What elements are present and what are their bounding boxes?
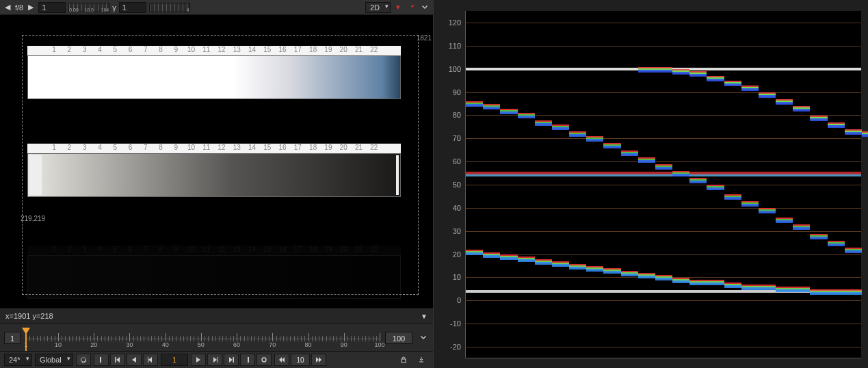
image-viewer[interactable]: 1821 219,219 123456789101112131415161718… xyxy=(0,15,433,308)
step-forward-button[interactable] xyxy=(207,354,222,366)
info-dropdown-icon[interactable]: ▼ xyxy=(421,313,428,320)
waveform-y-tick-label: 40 xyxy=(440,204,461,212)
lock-icon[interactable] xyxy=(396,354,411,366)
go-to-last-button[interactable] xyxy=(224,354,239,366)
export-icon[interactable] xyxy=(414,354,429,366)
expand-down-icon[interactable] xyxy=(419,2,430,13)
waveform-step-segment xyxy=(638,70,655,73)
strip-number: 21 xyxy=(351,46,366,54)
waveform-step-segment xyxy=(672,174,689,176)
waveform-step-segment xyxy=(569,267,586,270)
strip-number: 20 xyxy=(336,144,351,152)
play-reverse-button[interactable] xyxy=(127,354,142,366)
dimension-right-label: 1821 xyxy=(417,34,432,42)
strip-number: 22 xyxy=(367,46,382,54)
waveform-step-segment xyxy=(535,123,552,126)
step-back-button[interactable] xyxy=(143,354,158,366)
strip-number: 1 xyxy=(47,144,62,152)
left-pane: ◀ f/8 ▶ 0.08 16.5 164 γ 4 2D ▾ 1821 xyxy=(0,0,434,368)
strip-number: 16 xyxy=(275,46,290,54)
waveform-step-segment xyxy=(862,134,868,137)
timeline-tick-label: 20 xyxy=(90,341,97,348)
dropdown-arrow-icon[interactable]: ▾ xyxy=(393,3,403,12)
svg-point-6 xyxy=(262,358,266,362)
waveform-step-segment xyxy=(776,102,793,105)
fstop-input[interactable] xyxy=(38,2,66,13)
strip-number: 16 xyxy=(275,144,290,152)
waveform-y-tick-label: 100 xyxy=(440,65,461,73)
strip-number: 20 xyxy=(336,46,351,54)
timeline-tick-label: 50 xyxy=(198,341,205,348)
waveform-step-segment xyxy=(638,160,655,163)
sync-mode-select[interactable]: Global xyxy=(35,354,73,366)
waveform-y-tick-label: 120 xyxy=(440,18,461,27)
strip-number: 11 xyxy=(199,246,214,254)
dimension-bottom-label: 219,219 xyxy=(21,215,45,222)
waveform-plot-area[interactable] xyxy=(465,11,861,358)
waveform-y-tick-label: 10 xyxy=(440,273,461,281)
timeline-end-frame[interactable]: 100 xyxy=(385,332,412,344)
waveform-step-segment xyxy=(689,282,707,285)
waveform-step-segment xyxy=(759,287,776,290)
strip-number: 9 xyxy=(168,144,183,152)
strip-number: 14 xyxy=(244,46,259,54)
waveform-step-segment xyxy=(810,237,827,239)
strip-number: 4 xyxy=(92,144,107,152)
waveform-y-tick-label: 20 xyxy=(440,250,461,259)
loop-button[interactable] xyxy=(76,354,91,366)
prev-arrow-icon[interactable]: ◀ xyxy=(3,3,12,12)
fstop-slider[interactable]: 0.08 16.5 164 xyxy=(68,3,109,12)
view-mode-select[interactable]: 2D xyxy=(365,2,391,13)
waveform-y-tick-label: 110 xyxy=(440,42,461,50)
gamma-slider[interactable]: 4 xyxy=(149,3,190,12)
waveform-step-segment xyxy=(828,292,845,295)
pin-icon[interactable] xyxy=(406,2,417,13)
timeline-cursor-icon[interactable] xyxy=(22,328,30,334)
strip-number: 9 xyxy=(168,246,183,254)
waveform-step-segment xyxy=(483,255,500,258)
waveform-step-segment xyxy=(552,127,569,130)
strip-number: 15 xyxy=(260,246,275,254)
strip-numbers-row: 12345678910111213141516171819202122 xyxy=(27,144,401,153)
jump-forward-button[interactable] xyxy=(311,354,326,366)
jump-back-button[interactable] xyxy=(274,354,289,366)
go-to-first-button[interactable] xyxy=(110,354,125,366)
waveform-step-segment xyxy=(707,187,724,190)
range-end-button[interactable] xyxy=(240,354,255,366)
fps-select[interactable]: 24* xyxy=(4,354,32,366)
step-size-field[interactable]: 10 xyxy=(291,354,310,366)
range-start-button[interactable] xyxy=(94,354,109,366)
waveform-step-segment xyxy=(741,204,759,207)
waveform-step-segment xyxy=(500,257,517,260)
waveform-y-tick-label: 60 xyxy=(440,157,461,166)
waveform-step-segment xyxy=(672,280,689,283)
waveform-step-segment xyxy=(724,197,741,200)
waveform-panel: 1201101009080706050403020100-10-20 xyxy=(434,0,868,368)
timeline-start-frame[interactable]: 1 xyxy=(4,332,21,344)
strip-number: 15 xyxy=(260,144,275,152)
current-frame-input[interactable] xyxy=(161,354,188,366)
gamma-label: γ xyxy=(112,3,116,12)
waveform-step-segment xyxy=(689,181,707,183)
waveform-step-segment xyxy=(689,74,707,77)
strip-number: 3 xyxy=(77,144,92,152)
waveform-step-segment xyxy=(569,134,586,137)
waveform-y-tick-label: 80 xyxy=(440,111,461,119)
timeline-tick-label: 90 xyxy=(341,341,347,348)
waveform-step-segment xyxy=(603,146,620,148)
waveform-step-segment xyxy=(655,167,672,170)
gamma-input[interactable] xyxy=(119,2,146,13)
waveform-flat-trace xyxy=(466,172,861,174)
timeline-track[interactable]: 1102030405060708090100 xyxy=(26,328,380,348)
strip-number: 13 xyxy=(229,46,244,54)
record-button[interactable] xyxy=(257,354,272,366)
play-forward-button[interactable] xyxy=(191,354,206,366)
next-arrow-icon[interactable]: ▶ xyxy=(26,3,36,12)
strip-number: 21 xyxy=(351,144,366,152)
strip-number: 11 xyxy=(199,46,214,54)
strip-number: 10 xyxy=(183,46,198,54)
strip-number: 18 xyxy=(306,46,321,54)
strip-gradient xyxy=(27,55,401,99)
timeline-expand-icon[interactable] xyxy=(418,332,429,343)
waveform-step-segment xyxy=(793,289,810,292)
